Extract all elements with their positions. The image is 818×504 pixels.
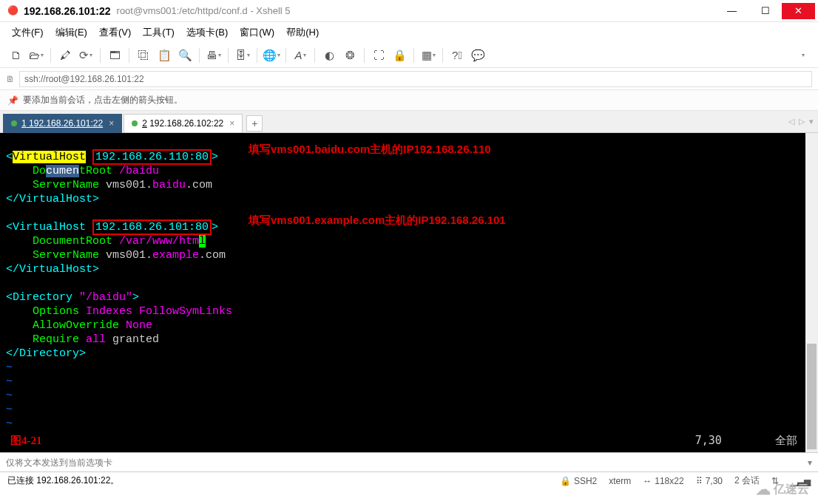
web-icon[interactable]: 🌐 [262, 46, 281, 65]
tab-nav: ◁ ▷ ▾ [788, 117, 814, 126]
lock-icon: 🔒 [560, 476, 571, 486]
highlight-icon[interactable]: 🖍 [55, 46, 75, 65]
status-dot-icon [11, 120, 17, 126]
vim-status: 7,30 全部 [695, 434, 797, 448]
status-connection: 已连接 192.168.26.101:22。 [7, 474, 548, 487]
menu-view[interactable]: 查看(V) [95, 23, 135, 42]
properties-icon[interactable]: 🗔 [105, 46, 124, 65]
tab-list-icon[interactable]: ▾ [809, 117, 814, 126]
status-dot-icon [132, 120, 138, 126]
compose-input[interactable] [6, 457, 808, 468]
address-input[interactable] [19, 71, 812, 87]
layout-icon[interactable]: ▦ [419, 46, 438, 65]
file-transfer-icon[interactable]: 🗄 [233, 46, 252, 65]
title-path: root@vms001:/etc/httpd/conf.d - Xshell 5 [117, 5, 291, 16]
toolbar-overflow[interactable] [793, 46, 812, 65]
tab-next-icon[interactable]: ▷ [799, 117, 805, 126]
fullscreen-icon[interactable]: ⛶ [369, 46, 388, 65]
menu-help[interactable]: 帮助(H) [282, 23, 323, 42]
titlebar: 🔴 192.168.26.101:22 root@vms001:/etc/htt… [0, 0, 818, 22]
theme-icon[interactable]: ❂ [340, 46, 359, 65]
close-button[interactable]: ✕ [782, 3, 815, 19]
annotation-1: 填写vms001.baidu.com主机的IP192.168.26.110 [249, 142, 491, 156]
cloud-icon: ☁ [756, 480, 771, 498]
window-buttons: — ☐ ✕ [715, 3, 815, 19]
status-term: xterm [609, 476, 631, 486]
info-text: 要添加当前会话，点击左侧的箭头按钮。 [23, 94, 183, 106]
menu-tools[interactable]: 工具(T) [138, 23, 179, 42]
watermark: ☁ 亿速云 [756, 480, 809, 498]
help-icon[interactable]: ?⃝ [447, 46, 467, 65]
figure-label: 图4-21 [10, 434, 42, 448]
color-scheme-icon[interactable]: ◐ [320, 46, 339, 65]
tab-session-2[interactable]: 2 192.168.26.102:22 × [124, 114, 243, 133]
menu-tabs[interactable]: 选项卡(B) [182, 23, 232, 42]
compose-bar: ▾ [0, 452, 818, 471]
menubar: 文件(F) 编辑(E) 查看(V) 工具(T) 选项卡(B) 窗口(W) 帮助(… [0, 22, 818, 43]
print-icon[interactable]: 🖶 [204, 46, 223, 65]
maximize-button[interactable]: ☐ [748, 3, 782, 19]
toolbar: 🗋 🗁 🖍 ⟳ 🗔 ⿻ 📋 🔍 🖶 🗄 🌐 A ◐ ❂ ⛶ 🔒 ▦ ?⃝ 💬 [0, 43, 818, 68]
terminal[interactable]: <VirtualHost 192.168.26.110:80> Document… [0, 133, 818, 452]
open-session-icon[interactable]: 🗁 [27, 46, 46, 65]
terminal-scrollbar[interactable] [805, 133, 818, 452]
info-bar: 📌 要添加当前会话，点击左侧的箭头按钮。 [0, 90, 818, 111]
reconnect-icon[interactable]: ⟳ [76, 46, 95, 65]
add-tab-button[interactable]: + [246, 115, 263, 132]
cursor-icon: ⠿ [696, 476, 703, 486]
feedback-icon[interactable]: 💬 [468, 46, 487, 65]
annotation-2: 填写vms001.example.com主机的IP192.168.26.101 [249, 213, 506, 227]
menu-edit[interactable]: 编辑(E) [51, 23, 92, 42]
status-size: ↔118x22 [643, 476, 683, 486]
minimize-button[interactable]: — [715, 3, 748, 19]
tab-close-icon[interactable]: × [229, 118, 234, 129]
lock-icon[interactable]: 🔒 [390, 46, 409, 65]
compose-dropdown-icon[interactable]: ▾ [808, 457, 812, 468]
add-session-icon[interactable]: 📌 [7, 95, 18, 106]
font-icon[interactable]: A [291, 46, 310, 65]
paste-icon[interactable]: 📋 [155, 46, 174, 65]
search-icon[interactable]: 🔍 [175, 46, 195, 65]
title-host: 192.168.26.101:22 [24, 5, 111, 17]
tab-session-1[interactable]: 1 192.168.26.101:22 × [3, 114, 122, 133]
tab-bar: 1 192.168.26.101:22 × 2 192.168.26.102:2… [0, 111, 818, 133]
menu-file[interactable]: 文件(F) [7, 23, 48, 42]
new-session-icon[interactable]: 🗋 [6, 46, 25, 65]
app-icon: 🔴 [7, 5, 19, 17]
menu-window[interactable]: 窗口(W) [235, 23, 279, 42]
tab-close-icon[interactable]: × [109, 118, 114, 129]
copy-icon[interactable]: ⿻ [134, 46, 153, 65]
tab-prev-icon[interactable]: ◁ [788, 117, 794, 126]
address-icon: 🗎 [6, 74, 15, 84]
address-bar: 🗎 [0, 68, 818, 90]
size-icon: ↔ [643, 476, 652, 486]
status-pos: ⠿7,30 [696, 476, 723, 486]
status-bar: 已连接 192.168.26.101:22。 🔒SSH2 xterm ↔118x… [0, 471, 818, 489]
status-proto: 🔒SSH2 [560, 476, 597, 486]
